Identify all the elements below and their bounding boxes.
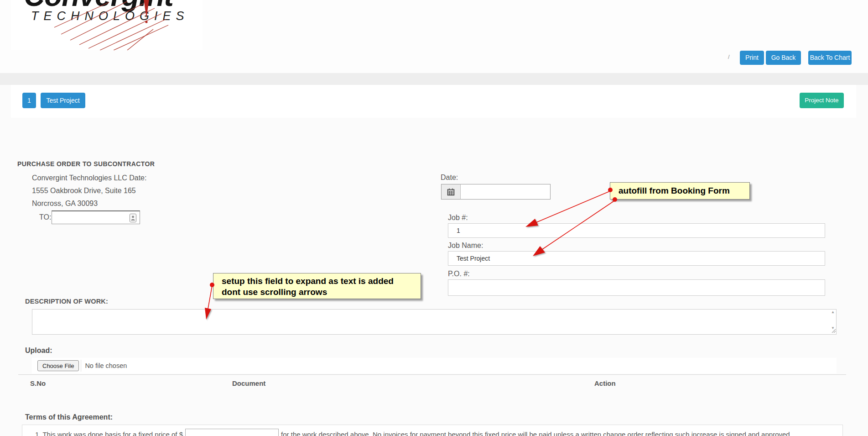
date-addon[interactable] <box>441 184 461 200</box>
job-number-button[interactable]: 1 <box>22 93 36 108</box>
annotation-autofill-text: autofill from Booking Form <box>619 186 730 195</box>
choose-file-button[interactable]: Choose File <box>37 360 79 371</box>
terms-item-1: 1. This work was done basis for a fixed … <box>35 431 792 436</box>
table-header-document: Document <box>232 379 265 387</box>
project-name-button[interactable]: Test Project <box>41 93 85 108</box>
file-status-text: No file chosen <box>85 362 127 369</box>
resize-grip-icon[interactable] <box>831 328 836 333</box>
go-back-button[interactable]: Go Back <box>766 51 801 65</box>
table-header-action: Action <box>594 379 616 387</box>
annotation-expand-line2: dont use scrolling arrows <box>222 287 421 298</box>
annotation-expand-line1: setup this field to expand as text is ad… <box>222 276 421 287</box>
annotation-expand-field: setup this field to expand as text is ad… <box>213 273 421 299</box>
calendar-icon <box>447 188 455 196</box>
file-input[interactable]: Choose File No file chosen <box>32 358 837 373</box>
date-input[interactable] <box>460 184 551 200</box>
po-number-label: P.O. #: <box>448 270 470 278</box>
file-separator <box>81 360 81 372</box>
job-name-input[interactable] <box>448 251 825 266</box>
terms-title: Terms of this Agreement: <box>25 413 113 421</box>
breadcrumb-separator: / <box>728 53 730 60</box>
job-number-input[interactable] <box>448 223 825 238</box>
company-address-line2: Norcross, GA 30093 <box>32 200 98 208</box>
job-name-label: Job Name: <box>448 242 483 250</box>
description-textarea[interactable] <box>32 309 837 335</box>
scroll-up-icon[interactable]: ▲ <box>831 310 835 314</box>
company-address-line1: 1555 Oakbrook Drive, Suite 165 <box>32 187 136 195</box>
table-header-sno: S.No <box>30 379 46 387</box>
description-wrap: ▲ ▼ <box>32 309 837 335</box>
page: Convergint TECHNOLOGIES / Print Go Back … <box>0 0 868 436</box>
print-button[interactable]: Print <box>740 51 764 65</box>
po-number-input[interactable] <box>448 279 825 296</box>
contact-picker-icon[interactable] <box>130 214 136 222</box>
annotation-autofill: autofill from Booking Form <box>610 182 750 200</box>
description-label: DESCRIPTION OF WORK: <box>25 298 108 305</box>
date-label: Date: <box>441 173 458 182</box>
table-divider <box>18 374 846 375</box>
header-divider-band <box>0 73 868 85</box>
terms-item-1-prefix: 1. This work was done basis for a fixed … <box>35 431 183 436</box>
back-to-chart-button[interactable]: Back To Chart <box>808 51 852 65</box>
company-logo: Convergint TECHNOLOGIES <box>11 0 203 50</box>
logo-rays-icon <box>11 0 203 50</box>
company-name-line: Convergint Technologies LLC Date: <box>32 174 146 182</box>
form-title: PURCHASE ORDER TO SUBCONTRACTOR <box>17 160 155 168</box>
upload-label: Upload: <box>25 347 52 355</box>
job-number-label: Job #: <box>448 214 468 222</box>
terms-box: 1. This work was done basis for a fixed … <box>22 425 843 436</box>
project-note-button[interactable]: Project Note <box>800 93 844 108</box>
fixed-price-input[interactable] <box>185 429 279 436</box>
project-bar: 1 Test Project Project Note <box>11 85 856 118</box>
to-label: TO: <box>39 213 51 221</box>
terms-item-1-suffix: for the work described above. No invoice… <box>281 431 792 436</box>
to-input[interactable] <box>52 210 140 224</box>
